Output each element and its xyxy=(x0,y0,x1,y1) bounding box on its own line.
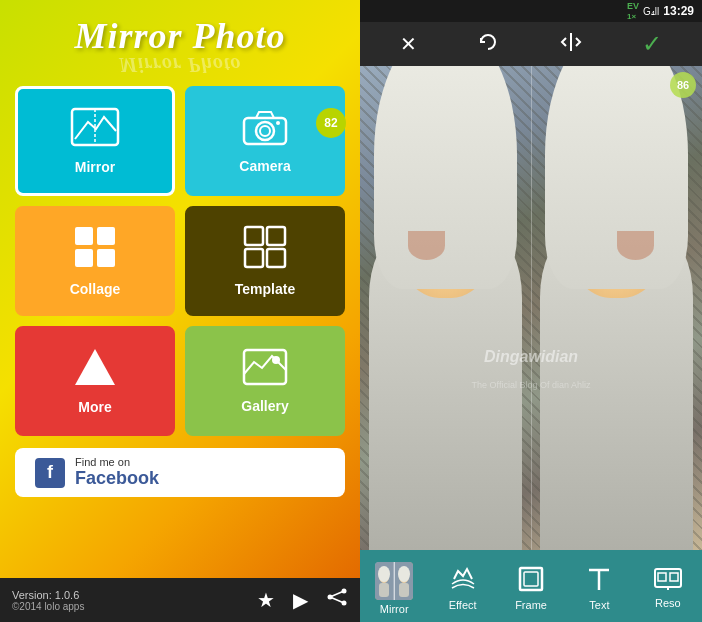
svg-rect-38 xyxy=(658,573,666,581)
svg-line-20 xyxy=(330,591,344,597)
svg-rect-13 xyxy=(267,249,285,267)
collage-label: Collage xyxy=(70,281,121,297)
svg-rect-9 xyxy=(97,249,115,267)
collage-button[interactable]: Collage xyxy=(15,206,175,316)
badge-82: 82 xyxy=(316,108,346,138)
bottom-icons: ★ ▶ xyxy=(257,588,348,612)
facebook-bar[interactable]: f Find me on Facebook xyxy=(15,448,345,497)
find-text: Find me on xyxy=(75,456,159,468)
svg-rect-32 xyxy=(524,572,538,586)
app-title-reflection: Mirror Photo xyxy=(119,53,242,76)
grid-buttons: Mirror Camera xyxy=(15,86,345,436)
svg-rect-8 xyxy=(75,249,93,267)
mirror-icon xyxy=(70,107,120,153)
tool-reso[interactable]: Reso xyxy=(634,568,702,609)
text-tool-label: Text xyxy=(589,599,609,611)
text-icon xyxy=(587,566,611,596)
left-panel: Mirror Photo Mirror Photo 82 Mirror xyxy=(0,0,360,622)
effect-tool-label: Effect xyxy=(449,599,477,611)
mirror-thumbnail xyxy=(375,562,413,600)
svg-rect-27 xyxy=(399,583,409,597)
svg-line-21 xyxy=(330,597,344,603)
camera-label: Camera xyxy=(239,158,290,174)
person-mouth-left xyxy=(408,231,446,260)
signal-strength: G₄ll xyxy=(643,6,659,17)
person-hijab-left xyxy=(374,66,518,289)
reso-tool-label: Reso xyxy=(655,597,681,609)
photo-toolbar: ✕ ✓ xyxy=(360,22,702,66)
camera-icon xyxy=(242,108,288,152)
star-icon[interactable]: ★ xyxy=(257,588,275,612)
facebook-title: Facebook xyxy=(75,468,159,489)
mirror-button[interactable]: Mirror xyxy=(15,86,175,196)
svg-point-16 xyxy=(272,356,280,364)
frame-icon xyxy=(518,566,544,596)
person-mouth-right xyxy=(617,231,655,260)
gallery-button[interactable]: Gallery xyxy=(185,326,345,436)
svg-rect-25 xyxy=(379,583,389,597)
gallery-icon xyxy=(242,348,288,392)
svg-point-5 xyxy=(276,121,280,125)
svg-marker-14 xyxy=(75,349,115,385)
gallery-label: Gallery xyxy=(241,398,288,414)
mirror-tool-label: Mirror xyxy=(380,603,409,615)
tool-effect[interactable]: Effect xyxy=(428,566,496,611)
app-title: Mirror Photo xyxy=(74,15,285,57)
svg-rect-39 xyxy=(670,573,678,581)
facebook-text: Find me on Facebook xyxy=(75,456,159,489)
camera-button[interactable]: Camera xyxy=(185,86,345,196)
svg-rect-6 xyxy=(75,227,93,245)
version-text: Version: 1.0.6 ©2014 lolo apps xyxy=(12,589,84,612)
facebook-icon: f xyxy=(35,458,65,488)
svg-point-4 xyxy=(260,126,270,136)
more-icon xyxy=(73,347,117,393)
right-panel: EV1× G₄ll 13:29 ✕ ✓ xyxy=(360,0,702,622)
photo-left-half xyxy=(360,66,531,550)
more-label: More xyxy=(78,399,111,415)
svg-point-28 xyxy=(378,566,390,582)
svg-point-29 xyxy=(398,566,410,582)
template-label: Template xyxy=(235,281,295,297)
svg-rect-11 xyxy=(267,227,285,245)
collage-icon xyxy=(73,225,117,275)
close-button[interactable]: ✕ xyxy=(395,27,422,61)
clock: 13:29 xyxy=(663,4,694,18)
photo-area: Dingawidian The Official Blog Of dian Ah… xyxy=(360,66,702,550)
badge-86: 86 xyxy=(670,72,696,98)
tool-text[interactable]: Text xyxy=(565,566,633,611)
svg-rect-12 xyxy=(245,249,263,267)
status-bar: EV1× G₄ll 13:29 xyxy=(360,0,702,22)
svg-point-3 xyxy=(256,122,274,140)
template-icon xyxy=(243,225,287,275)
center-line xyxy=(531,66,532,550)
reso-icon xyxy=(654,568,682,594)
share-icon[interactable] xyxy=(326,588,348,612)
svg-rect-10 xyxy=(245,227,263,245)
more-button[interactable]: More xyxy=(15,326,175,436)
bottom-toolbar: Mirror Effect Frame xyxy=(360,550,702,622)
mirror-label: Mirror xyxy=(75,159,115,175)
rotate-button[interactable] xyxy=(472,26,504,63)
frame-tool-label: Frame xyxy=(515,599,547,611)
tool-mirror[interactable]: Mirror xyxy=(360,562,428,615)
person-hijab-right xyxy=(545,66,689,289)
ev-indicator: EV1× xyxy=(627,1,639,21)
svg-rect-35 xyxy=(655,569,681,587)
confirm-button[interactable]: ✓ xyxy=(637,25,667,63)
photo-right-half xyxy=(531,66,702,550)
tool-frame[interactable]: Frame xyxy=(497,566,565,611)
effect-icon xyxy=(450,566,476,596)
play-icon[interactable]: ▶ xyxy=(293,588,308,612)
bottom-bar: Version: 1.0.6 ©2014 lolo apps ★ ▶ xyxy=(0,578,360,622)
template-button[interactable]: Template xyxy=(185,206,345,316)
svg-rect-7 xyxy=(97,227,115,245)
mirror-flip-button[interactable] xyxy=(555,26,587,63)
